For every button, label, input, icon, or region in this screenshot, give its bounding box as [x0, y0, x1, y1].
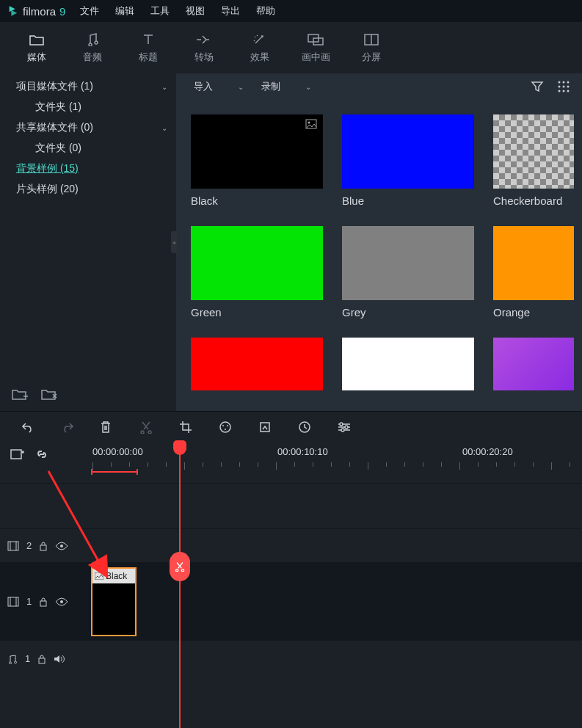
chevron-down-icon: ⌄	[305, 83, 311, 91]
sidebar-item-folder-0[interactable]: 文件夹 (0)	[0, 138, 176, 159]
timeline: 00:00:00:00 00:00:10:10 00:00:20:20 2 1 …	[0, 442, 582, 728]
settings-icon[interactable]	[338, 422, 354, 432]
transition-icon	[176, 32, 232, 48]
swatch-white[interactable]	[342, 338, 474, 390]
swatch-green[interactable]: Green	[191, 226, 323, 318]
link-icon[interactable]	[35, 448, 48, 461]
new-folder-button[interactable]	[12, 387, 28, 401]
tab-splitscreen[interactable]: 分屏	[343, 32, 399, 64]
svg-point-14	[308, 122, 310, 124]
import-dropdown[interactable]: 导入⌄	[188, 78, 250, 95]
work-area-range[interactable]	[91, 471, 138, 473]
timeline-ruler[interactable]: 00:00:00:00 00:00:10:10 00:00:20:20	[82, 442, 582, 483]
category-tabs: 媒体 音频 标题 转场 效果 画中画 分屏	[0, 22, 582, 73]
menu-help[interactable]: 帮助	[256, 4, 275, 18]
app-version: 9	[59, 5, 65, 18]
delete-folder-button[interactable]	[41, 387, 57, 401]
svg-rect-25	[8, 542, 18, 550]
grid-view-icon[interactable]	[557, 80, 570, 93]
video-track-1[interactable]: 1 Black	[0, 562, 582, 640]
tab-effects[interactable]: 效果	[232, 32, 288, 64]
playhead[interactable]	[179, 442, 181, 728]
menu-export[interactable]: 导出	[221, 4, 240, 18]
tab-titles[interactable]: 标题	[120, 32, 176, 64]
svg-rect-36	[39, 658, 45, 663]
swatch-red[interactable]	[191, 338, 323, 390]
undo-icon[interactable]	[21, 421, 37, 433]
tab-pip[interactable]: 画中画	[288, 32, 343, 64]
track-number: 2	[26, 540, 32, 551]
track-spacer	[0, 483, 582, 528]
text-icon	[120, 32, 176, 48]
swatch-purple[interactable]	[493, 338, 574, 390]
swatch-grid: Black Blue Checkerboard Green Grey Orang…	[176, 100, 582, 411]
svg-point-5	[563, 81, 565, 84]
menu-tools[interactable]: 工具	[150, 4, 170, 18]
swatch-checkerboard[interactable]: Checkerboard	[493, 114, 574, 207]
crop-icon[interactable]	[179, 421, 195, 434]
svg-point-4	[559, 81, 561, 84]
svg-point-9	[567, 86, 570, 88]
add-track-icon[interactable]	[10, 448, 25, 461]
filmora-logo-icon	[7, 5, 19, 17]
svg-point-11	[563, 90, 565, 92]
playhead-handle[interactable]	[173, 440, 186, 455]
timeline-toolbar	[0, 411, 582, 442]
color-icon[interactable]	[219, 421, 235, 434]
eye-icon[interactable]	[55, 597, 68, 606]
app-name: filmora	[23, 5, 56, 18]
sidebar-item-shared-media[interactable]: 共享媒体文件 (0)⌄	[0, 117, 176, 138]
eye-icon[interactable]	[55, 542, 68, 550]
record-dropdown[interactable]: 录制⌄	[255, 78, 317, 95]
title-bar: filmora9 文件 编辑 工具 视图 导出 帮助	[0, 0, 582, 22]
delete-icon[interactable]	[100, 421, 116, 434]
swatch-blue[interactable]: Blue	[342, 114, 474, 207]
svg-point-10	[559, 90, 561, 92]
music-icon	[7, 654, 18, 664]
film-icon	[7, 597, 19, 607]
speaker-icon[interactable]	[54, 654, 65, 664]
filter-icon[interactable]	[531, 80, 544, 93]
svg-rect-30	[8, 597, 18, 606]
track-number: 1	[26, 596, 32, 607]
tab-media[interactable]: 媒体	[9, 32, 65, 64]
sidebar-item-intro-samples[interactable]: 片头样例 (20)	[0, 179, 176, 200]
swatch-black[interactable]: Black	[191, 114, 323, 207]
svg-point-6	[567, 81, 570, 84]
menu-view[interactable]: 视图	[186, 4, 205, 18]
svg-point-23	[341, 429, 344, 432]
motion-icon[interactable]	[258, 421, 274, 434]
swatch-grey[interactable]: Grey	[342, 226, 474, 318]
svg-point-22	[345, 426, 348, 429]
clock-icon[interactable]	[298, 421, 314, 434]
audio-track-1[interactable]: 1	[0, 640, 582, 677]
svg-point-18	[225, 429, 226, 430]
cut-icon[interactable]	[139, 421, 156, 434]
menu-edit[interactable]: 编辑	[115, 4, 134, 18]
lock-icon[interactable]	[39, 541, 48, 551]
swatch-orange[interactable]: Orange	[493, 226, 574, 318]
svg-point-16	[222, 425, 224, 426]
clip-black[interactable]: Black	[91, 567, 137, 636]
lock-icon[interactable]	[39, 597, 48, 607]
svg-point-29	[60, 545, 63, 547]
sidebar-item-folder-1[interactable]: 文件夹 (1)	[0, 97, 176, 117]
sidebar-item-background-samples[interactable]: 背景样例 (15)	[0, 159, 176, 179]
split-icon	[343, 32, 399, 48]
svg-point-21	[340, 423, 343, 426]
video-track-2[interactable]: 2	[0, 528, 582, 562]
svg-point-15	[220, 422, 230, 432]
sidebar-collapse-handle[interactable]: ◂	[171, 231, 177, 253]
split-clip-button[interactable]	[170, 552, 190, 581]
menu-file[interactable]: 文件	[80, 4, 99, 18]
lock-icon[interactable]	[37, 654, 46, 664]
folder-icon	[9, 32, 65, 48]
ruler-label-1: 00:00:10:10	[277, 446, 328, 457]
tab-transitions[interactable]: 转场	[176, 32, 232, 64]
chevron-down-icon: ⌄	[161, 124, 167, 132]
sidebar-item-project-media[interactable]: 项目媒体文件 (1)⌄	[0, 76, 176, 97]
svg-point-8	[563, 86, 565, 88]
redo-icon[interactable]	[60, 421, 76, 433]
tab-audio[interactable]: 音频	[65, 32, 120, 64]
clip-label: Black	[106, 571, 127, 581]
